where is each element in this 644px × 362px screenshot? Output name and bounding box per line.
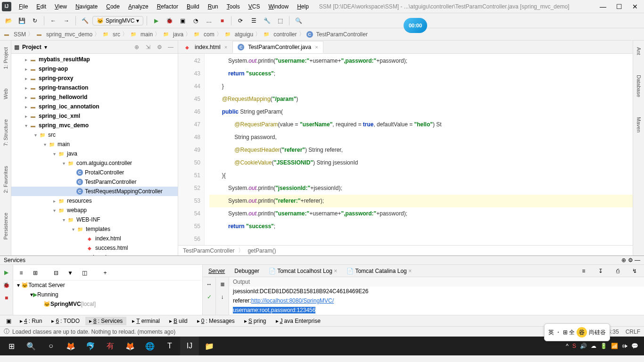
open-icon[interactable]: 📂 xyxy=(3,15,14,26)
structure-icon[interactable]: ☰ xyxy=(248,15,259,26)
services-tab[interactable]: 📄 Tomcat Catalina Log × xyxy=(345,267,413,275)
gear-icon[interactable]: ⚙ xyxy=(628,257,633,263)
coverage-icon[interactable]: ▣ xyxy=(177,15,188,26)
filter-icon[interactable]: ▼ xyxy=(65,267,76,279)
project-tree[interactable]: ▸▬mybatis_resultMap▸▬spring-aop▸▬spring-… xyxy=(11,54,178,255)
tree-item[interactable]: ▾📁main xyxy=(11,140,178,149)
scroll-icon[interactable]: ↧ xyxy=(595,265,606,277)
tree-item[interactable]: ▸▬spring-transaction xyxy=(11,83,178,92)
stop-icon[interactable]: ■ xyxy=(216,15,228,26)
run-icon[interactable]: ▶ xyxy=(150,15,162,26)
group-icon[interactable]: ⊟ xyxy=(50,267,62,279)
search-icon[interactable]: 🔍 xyxy=(22,337,41,355)
breadcrumb-item[interactable]: 📁controller xyxy=(263,31,297,38)
bottom-tab[interactable]: ▸ 0: Messages xyxy=(193,317,239,325)
breadcrumb-item[interactable]: ▬SSM xyxy=(3,31,26,38)
layout-icon[interactable]: ◫ xyxy=(79,267,90,279)
tree-item[interactable]: CTestRequestMappingController xyxy=(11,187,178,196)
close-icon[interactable]: × xyxy=(315,44,318,50)
console-output[interactable]: jsessionId:DCED81D6D25B15818B924C4618469… xyxy=(229,287,644,315)
editor-tab[interactable]: ◆index.html× xyxy=(178,41,232,53)
services-tree-item[interactable]: ▾ ▶ Running xyxy=(14,290,201,299)
tray-icon[interactable]: S xyxy=(572,343,576,349)
firefox-icon[interactable]: 🦊 xyxy=(121,337,140,355)
breadcrumb-item[interactable]: 📁src xyxy=(102,31,120,38)
chrome-icon[interactable]: 🌐 xyxy=(140,337,159,355)
system-tray[interactable]: ^ S 🔊 ☁ 🔋 📶 🕪 💬 xyxy=(566,343,642,349)
services-tree-item[interactable]: ▾ 🐱 Tomcat Server xyxy=(14,280,201,290)
services-tree-item[interactable]: 🐱 SpringMVC [local] xyxy=(14,299,201,309)
code-area[interactable]: System.out.println("username:"+username+… xyxy=(205,54,633,245)
step-icon[interactable]: ≣ xyxy=(217,279,228,290)
bottom-tab[interactable]: ▸ 8: Services xyxy=(85,317,126,325)
down-icon[interactable]: ↓ xyxy=(217,291,228,303)
tree-item[interactable]: ▸▬spring_helloworld xyxy=(11,92,178,102)
menu-view[interactable]: View xyxy=(51,1,71,12)
tree-item[interactable]: ▾📁src xyxy=(11,130,178,140)
run-icon[interactable]: ▶ xyxy=(1,267,12,278)
expand-icon[interactable]: ⇲ xyxy=(144,43,152,51)
tree-item[interactable]: ▸▬mybatis_resultMap xyxy=(11,55,178,64)
tray-icon[interactable]: 🔊 xyxy=(580,343,587,349)
breadcrumb-item[interactable]: 📁com xyxy=(193,31,215,38)
side-tab[interactable]: 7: Structure xyxy=(2,116,9,149)
side-tab[interactable]: Database xyxy=(635,72,643,100)
app-icon[interactable]: T xyxy=(160,337,179,355)
side-tab[interactable]: Maven xyxy=(635,114,643,135)
close-icon[interactable]: × xyxy=(224,44,227,50)
services-tab[interactable]: 📄 Tomcat Localhost Log × xyxy=(267,267,339,275)
clear-icon[interactable]: ↯ xyxy=(629,265,640,277)
breadcrumb-item[interactable]: 📁main xyxy=(130,31,153,38)
cortana-icon[interactable]: ○ xyxy=(41,337,60,355)
start-icon[interactable]: ⊞ xyxy=(2,337,21,355)
bottom-tab[interactable]: ▸ Terminal xyxy=(128,317,164,325)
tree-item[interactable]: ▾▬spring_mvc_demo xyxy=(11,121,178,130)
hide-icon[interactable]: — xyxy=(635,257,640,263)
app-icon[interactable]: 🦊 xyxy=(61,337,80,355)
side-tab[interactable]: 1: Project xyxy=(2,44,9,72)
tree-item[interactable]: ▸▬spring-aop xyxy=(11,64,178,74)
minimize-button[interactable]: — xyxy=(596,3,610,10)
tray-icon[interactable]: 📶 xyxy=(611,343,618,349)
search-icon[interactable]: 🔍 xyxy=(293,15,304,26)
back-icon[interactable]: ← xyxy=(48,15,59,26)
wrap-icon[interactable]: ≡ xyxy=(578,265,589,277)
tray-icon[interactable]: 🕪 xyxy=(622,343,627,349)
tree-item[interactable]: ▾📁templates xyxy=(11,224,178,234)
tray-icon[interactable]: 💬 xyxy=(631,343,638,349)
chevron-down-icon[interactable]: ▾ xyxy=(44,44,47,50)
sdk-icon[interactable]: ⬚ xyxy=(274,15,286,26)
side-tab[interactable]: 2: Favorites xyxy=(2,163,9,196)
menu-run[interactable]: Run xyxy=(204,1,222,12)
save-icon[interactable]: 💾 xyxy=(16,15,27,26)
menu-code[interactable]: Code xyxy=(102,1,124,12)
debug-icon[interactable]: 🐞 xyxy=(164,15,175,26)
menu-window[interactable]: Window xyxy=(264,1,292,12)
close-icon[interactable]: × xyxy=(334,268,337,274)
tray-icon[interactable]: 🔋 xyxy=(600,343,607,349)
tray-icon[interactable]: ☁ xyxy=(591,343,596,349)
wrench-icon[interactable]: 🔧 xyxy=(261,15,272,26)
rerun-icon[interactable]: ↔ xyxy=(204,279,215,290)
tree-item[interactable]: ◆index.html xyxy=(11,234,178,243)
tree-item[interactable]: ▾📁com.atguigu.controller xyxy=(11,158,178,168)
tree-item[interactable]: ▾📁WEB-INF xyxy=(11,215,178,224)
breadcrumb-item[interactable]: CTestParamController xyxy=(306,31,368,38)
menu-vcs[interactable]: VCS xyxy=(245,1,264,12)
app-icon[interactable]: 有 xyxy=(101,337,120,355)
bottom-tab[interactable]: ▸ Java Enterprise xyxy=(272,317,324,325)
add-icon[interactable]: + xyxy=(99,267,111,279)
menu-refactor[interactable]: Refactor xyxy=(153,1,182,12)
run-config-selector[interactable]: 🐱 SpringMVC ▾ xyxy=(92,16,143,25)
hide-icon[interactable]: — xyxy=(166,43,175,51)
tree-item[interactable]: ◇web.xml xyxy=(11,253,178,255)
breadcrumb-item[interactable]: 📁atguigu xyxy=(224,31,253,38)
bottom-tab[interactable]: ▸ 4: Run xyxy=(16,317,46,325)
attach-icon[interactable]: … xyxy=(203,15,215,26)
check-icon[interactable]: ✓ xyxy=(204,291,215,303)
services-tab[interactable]: Debugger xyxy=(232,267,261,275)
editor-crumb-item[interactable]: TestParamController xyxy=(183,247,234,254)
tray-icon[interactable]: ^ xyxy=(566,343,569,349)
tree-item[interactable]: CTestParamController xyxy=(11,177,178,187)
stop-icon[interactable]: ■ xyxy=(1,292,12,304)
